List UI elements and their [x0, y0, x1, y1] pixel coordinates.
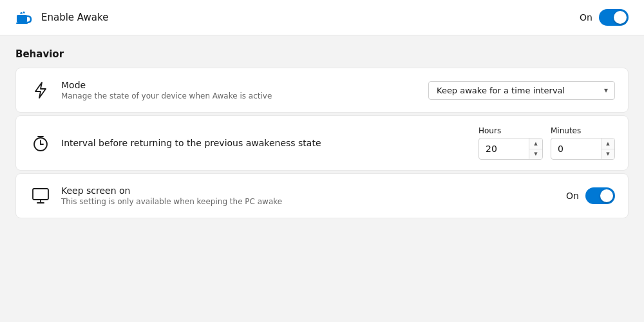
behavior-title: Behavior [15, 48, 629, 60]
minutes-down-button[interactable]: ▼ [601, 149, 614, 160]
enable-awake-row: Enable Awake On [0, 0, 644, 35]
screen-toggle[interactable] [585, 187, 615, 204]
svg-rect-0 [17, 15, 27, 23]
enable-awake-left: Enable Awake [15, 10, 108, 25]
svg-marker-2 [35, 82, 46, 98]
minutes-value: 0 [551, 144, 601, 154]
dropdown-value: Keep awake for a time interval [437, 86, 565, 95]
mode-card: Mode Manage the state of your device whe… [15, 68, 629, 113]
enable-awake-status: On [580, 12, 592, 23]
hours-label: Hours [478, 126, 543, 135]
hours-up-button[interactable]: ▲ [529, 138, 542, 149]
hours-input-box[interactable]: 20 ▲ ▼ [478, 138, 543, 160]
lightning-icon [29, 79, 52, 102]
mode-dropdown[interactable]: Keep awake for a time interval ▾ [428, 81, 615, 100]
toggle-knob [614, 11, 627, 24]
mode-card-left: Mode Manage the state of your device whe… [29, 79, 272, 102]
minutes-up-button[interactable]: ▲ [601, 138, 614, 149]
interval-title: Interval before returning to the previou… [61, 138, 321, 148]
screen-card-left: Keep screen on This setting is only avai… [29, 184, 282, 207]
mode-text-block: Mode Manage the state of your device whe… [61, 80, 272, 100]
interval-card-left: Interval before returning to the previou… [29, 131, 321, 155]
screen-text-block: Keep screen on This setting is only avai… [61, 185, 282, 206]
time-inputs: Hours 20 ▲ ▼ Minutes 0 ▲ [478, 126, 615, 160]
enable-awake-toggle[interactable] [599, 9, 629, 26]
page: Enable Awake On Behavior Mode Manage the… [0, 0, 644, 322]
mode-title: Mode [61, 80, 272, 90]
mode-subtitle: Manage the state of your device when Awa… [61, 91, 272, 100]
hours-spinners: ▲ ▼ [529, 138, 542, 159]
screen-title: Keep screen on [61, 185, 282, 196]
enable-awake-right: On [580, 9, 629, 26]
screen-card: Keep screen on This setting is only avai… [15, 173, 629, 218]
screen-card-right: On [566, 187, 615, 204]
enable-awake-label: Enable Awake [41, 12, 108, 23]
hours-value: 20 [479, 144, 529, 154]
screen-status: On [566, 191, 579, 201]
minutes-label: Minutes [551, 126, 615, 135]
hours-down-button[interactable]: ▼ [529, 149, 542, 160]
minutes-group: Minutes 0 ▲ ▼ [551, 126, 615, 160]
behavior-section: Behavior Mode Manage the state of your d… [0, 35, 644, 226]
screen-subtitle: This setting is only available when keep… [61, 197, 282, 206]
monitor-icon [29, 184, 52, 207]
minutes-input-box[interactable]: 0 ▲ ▼ [551, 138, 615, 160]
hours-group: Hours 20 ▲ ▼ [478, 126, 543, 160]
interval-card: Interval before returning to the previou… [15, 115, 629, 171]
timer-icon [29, 131, 52, 155]
minutes-spinners: ▲ ▼ [601, 138, 614, 159]
svg-rect-1 [16, 23, 28, 24]
screen-toggle-knob [600, 189, 613, 202]
svg-rect-7 [33, 189, 48, 200]
chevron-down-icon: ▾ [604, 86, 608, 95]
coffee-icon [15, 10, 32, 25]
